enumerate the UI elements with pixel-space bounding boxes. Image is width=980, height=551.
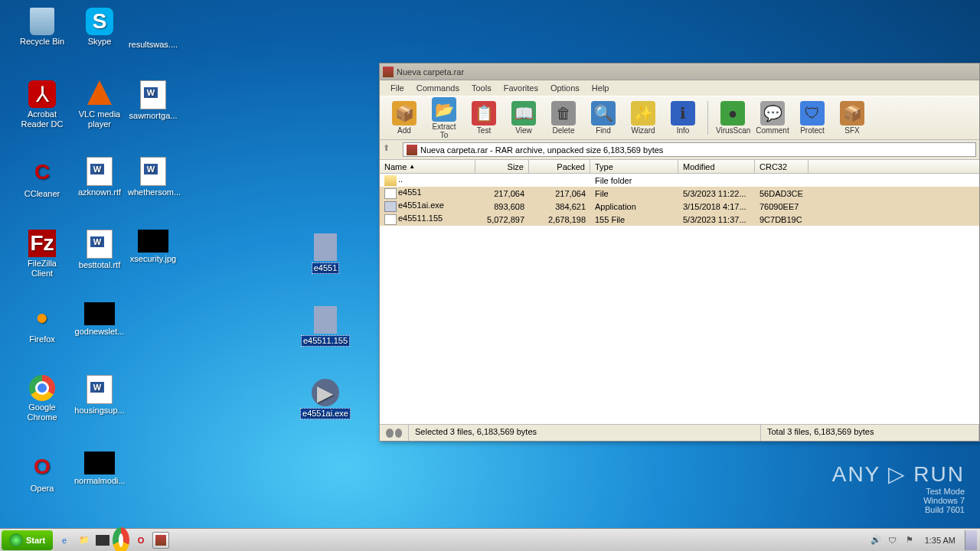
winrar-icon [383, 67, 394, 77]
toolbar-view[interactable]: 📖View [505, 99, 542, 136]
desktop-icon-e4551[interactable]: e4551 [299, 233, 352, 274]
toolbar-info[interactable]: ℹInfo [665, 99, 701, 136]
menu-help[interactable]: Help [586, 82, 616, 94]
desktop-icon-xsecurity-jpg[interactable]: xsecurity.jpg [126, 230, 180, 264]
desktop-icon-acrobat-reader-dc[interactable]: ⅄Acrobat Reader DC [15, 80, 69, 129]
path-text: Nueva carpeta.rar - RAR archive, unpacke… [420, 145, 663, 155]
archive-icon [407, 145, 417, 155]
statusbar: Selected 3 files, 6,183,569 bytes Total … [380, 424, 979, 441]
test-icon: 📋 [472, 101, 496, 126]
app-icon [87, 157, 113, 186]
file-row[interactable]: e4551ai.exe893,608384,621Application3/15… [380, 200, 979, 213]
app-icon [314, 233, 337, 261]
toolbar-delete[interactable]: 🗑Delete [545, 99, 582, 136]
desktop-icon-opera[interactable]: OOpera [15, 452, 69, 494]
icon-label: normalmodi... [73, 476, 127, 486]
desktop-icon-ccleaner[interactable]: CCCleaner [15, 157, 69, 199]
toolbar-find[interactable]: 🔍Find [585, 99, 622, 136]
desktop-icon-recycle-bin[interactable]: Recycle Bin [15, 8, 69, 47]
icon-label: sawmortga... [128, 111, 179, 121]
taskbar-explorer[interactable]: 📁 [76, 532, 93, 549]
icon-label: xsecurity.jpg [129, 254, 178, 264]
add-icon: 📦 [392, 101, 416, 126]
desktop-icon-google-chrome[interactable]: Google Chrome [15, 375, 69, 422]
col-modified[interactable]: Modified [678, 160, 755, 173]
path-box[interactable]: Nueva carpeta.rar - RAR archive, unpacke… [403, 142, 976, 157]
toolbar-comment[interactable]: 💬Comment [754, 99, 791, 136]
status-selected: Selected 3 files, 6,183,569 bytes [409, 425, 761, 441]
desktop-icon-housingsup-[interactable]: housingsup... [73, 375, 126, 416]
taskbar-app1[interactable] [96, 535, 109, 546]
file-list[interactable]: ..File foldere4551217,064217,064File5/3/… [380, 174, 979, 424]
app-icon: ● [27, 302, 57, 333]
app-icon [29, 375, 55, 401]
volume-icon[interactable]: 🔊 [870, 534, 882, 546]
toolbar-virusscan[interactable]: ●VirusScan [714, 99, 751, 136]
desktop-icon-vlc-media-player[interactable]: VLC media player [73, 80, 126, 129]
start-button[interactable]: Start [2, 530, 53, 550]
col-size[interactable]: Size [475, 160, 529, 173]
toolbar-add[interactable]: 📦Add [386, 99, 423, 136]
file-icon [384, 175, 397, 186]
col-type[interactable]: Type [590, 160, 678, 173]
menu-options[interactable]: Options [544, 82, 586, 94]
desktop-icon-sawmortga-[interactable]: sawmortga... [126, 80, 180, 121]
app-icon: O [27, 452, 57, 482]
app-icon [312, 379, 339, 406]
virusscan-icon: ● [720, 101, 745, 126]
toolbar-wizard[interactable]: ✨Wizard [625, 99, 662, 136]
taskbar-chrome[interactable] [113, 532, 129, 549]
desktop-icon-normalmodi-[interactable]: normalmodi... [73, 452, 126, 486]
menu-tools[interactable]: Tools [466, 82, 498, 94]
toolbar-sfx[interactable]: 📦SFX [834, 99, 871, 136]
toolbar-label: Extract To [427, 122, 461, 139]
find-icon: 🔍 [591, 101, 616, 126]
icon-label: CCleaner [23, 189, 61, 199]
clock[interactable]: 1:35 AM [920, 536, 960, 545]
icon-label: resultswas.... [127, 40, 179, 50]
file-row[interactable]: e45511.1555,072,8972,678,198155 File5/3/… [380, 213, 979, 226]
file-row[interactable]: ..File folder [380, 174, 979, 187]
menu-file[interactable]: File [384, 82, 410, 94]
flag-icon[interactable]: ⚑ [903, 534, 916, 546]
show-desktop-button[interactable] [965, 530, 977, 550]
col-packed[interactable]: Packed [529, 160, 590, 173]
file-icon [384, 214, 397, 225]
taskbar-opera[interactable]: O [132, 532, 149, 549]
file-icon [384, 188, 397, 199]
desktop-icon-besttotal-rtf[interactable]: besttotal.rtf [73, 230, 126, 270]
toolbar-label: View [507, 126, 541, 135]
icon-label: e4551 [312, 262, 340, 274]
taskbar-winrar[interactable] [152, 532, 169, 549]
window-title: Nueva carpeta.rar [397, 67, 464, 77]
desktop-icon-azknown-rtf[interactable]: azknown.rtf [73, 157, 126, 197]
icon-label: Firefox [28, 334, 57, 344]
titlebar[interactable]: Nueva carpeta.rar [380, 64, 979, 80]
pathbar: ⬆ Nueva carpeta.rar - RAR archive, unpac… [380, 140, 979, 160]
shield-icon[interactable]: 🛡 [887, 534, 899, 546]
icon-label: VLC media player [73, 109, 126, 129]
desktop-icon-whethersom-[interactable]: whethersom... [126, 157, 180, 197]
toolbar-protect[interactable]: 🛡Protect [794, 99, 831, 136]
info-icon: ℹ [671, 101, 695, 126]
desktop-icon-e4551ai-exe[interactable]: e4551ai.exe [299, 379, 352, 419]
taskbar-ie[interactable]: e [56, 532, 73, 549]
desktop-icon-filezilla-client[interactable]: FzFileZilla Client [15, 230, 69, 279]
desktop-icon-resultswas-[interactable]: resultswas.... [126, 8, 180, 50]
menu-commands[interactable]: Commands [410, 82, 466, 94]
col-crc[interactable]: CRC32 [755, 160, 808, 173]
taskbar: Start e 📁 O 🔊 🛡 ⚑ 1:35 AM [0, 528, 980, 551]
app-icon [138, 230, 168, 253]
toolbar-extract-to[interactable]: 📂Extract To [426, 96, 462, 141]
toolbar-test[interactable]: 📋Test [466, 99, 502, 136]
menu-favorites[interactable]: Favorites [498, 82, 544, 94]
winrar-window: Nueva carpeta.rar FileCommandsToolsFavor… [379, 63, 980, 442]
desktop-icon-firefox[interactable]: ●Firefox [15, 302, 69, 344]
desktop-icon-godnewslet-[interactable]: godnewslet... [73, 302, 126, 337]
toolbar-label: Add [387, 126, 421, 135]
col-name[interactable]: Name▲ [380, 160, 475, 173]
desktop-icon-skype[interactable]: SSkype [73, 8, 126, 47]
desktop-icon-e45511-155[interactable]: e45511.155 [299, 306, 352, 347]
file-row[interactable]: e4551217,064217,064File5/3/2023 11:22...… [380, 187, 979, 200]
up-button[interactable]: ⬆ [383, 143, 397, 157]
